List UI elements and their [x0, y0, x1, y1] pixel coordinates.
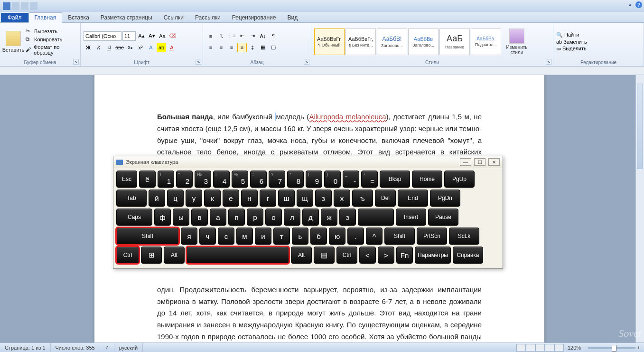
key--[interactable]: _- [343, 171, 359, 188]
horizontal-ruler[interactable] [0, 67, 644, 75]
vertical-scrollbar[interactable] [635, 75, 644, 342]
key-е[interactable]: е [223, 190, 239, 207]
key-End[interactable]: End [398, 190, 428, 207]
word-count[interactable]: Число слов: 355 [51, 343, 100, 352]
minimize-ribbon-icon[interactable]: ▴ [629, 1, 632, 8]
web-layout-view[interactable] [535, 344, 545, 352]
cut-button[interactable]: ✂Вырезать [26, 28, 77, 35]
key-2[interactable]: "2 [176, 171, 193, 188]
key-а[interactable]: а [210, 209, 226, 226]
osk-titlebar[interactable]: Экранная клавиатура — ☐ ✕ [113, 156, 503, 168]
decrease-indent-button[interactable]: ⇤ [237, 31, 247, 41]
key-Home[interactable]: Home [412, 171, 442, 188]
key-г[interactable]: г [260, 190, 276, 207]
key-^[interactable]: ^ [366, 228, 383, 245]
tab-layout[interactable]: Разметка страницы [95, 13, 158, 22]
key-Alt[interactable]: Alt [164, 247, 185, 264]
key-н[interactable]: н [241, 190, 258, 207]
key-с[interactable]: с [218, 228, 234, 245]
key-PgDn[interactable]: PgDn [430, 190, 460, 207]
key-3[interactable]: №3 [195, 171, 211, 188]
key-Pause[interactable]: Pause [428, 209, 458, 226]
key-ь[interactable]: ь [292, 228, 308, 245]
key-у[interactable]: у [186, 190, 202, 207]
clear-formatting-button[interactable]: ⌫ [168, 31, 177, 41]
osk-close-button[interactable]: ✕ [488, 158, 500, 166]
key-ё[interactable]: ё [139, 171, 156, 188]
change-styles-button[interactable]: Изменить стили [503, 28, 531, 56]
key-Tab[interactable]: Tab [116, 190, 147, 207]
key-б[interactable]: б [310, 228, 327, 245]
key-1[interactable]: !1 [158, 171, 174, 188]
key-Shift[interactable]: Shift [384, 228, 415, 245]
font-name-combo[interactable] [84, 31, 121, 41]
increase-indent-button[interactable]: ⇥ [248, 31, 257, 41]
italic-button[interactable]: К [94, 43, 103, 52]
key-о[interactable]: о [265, 209, 282, 226]
borders-button[interactable]: ▢ [269, 43, 278, 52]
style-item-3[interactable]: АаБбВвЗаголово... [408, 29, 439, 55]
language-indicator[interactable]: русский [114, 343, 143, 352]
key-PrtScn[interactable]: PrtScn [417, 228, 447, 245]
key-9[interactable]: (9 [306, 171, 322, 188]
key-Параметры[interactable]: Параметры [415, 247, 451, 264]
key-з[interactable]: з [315, 190, 332, 207]
key-ф[interactable]: ф [154, 209, 171, 226]
key-Insert[interactable]: Insert [396, 209, 426, 226]
highlight-button[interactable]: ab [157, 43, 166, 52]
key-т[interactable]: т [273, 228, 290, 245]
key-Del[interactable]: Del [375, 190, 396, 207]
style-item-0[interactable]: АаБбВвГг,¶ Обычный [314, 29, 345, 55]
key-ц[interactable]: ц [167, 190, 184, 207]
clipboard-launcher[interactable]: ⬊ [73, 59, 79, 65]
page-indicator[interactable]: Страница: 1 из 1 [0, 343, 51, 352]
key-PgUp[interactable]: PgUp [444, 171, 475, 188]
font-size-combo[interactable] [122, 31, 136, 41]
tab-insert[interactable]: Вставка [62, 13, 95, 22]
tab-file[interactable]: Файл [1, 13, 28, 22]
key-п[interactable]: п [228, 209, 245, 226]
key-р[interactable]: р [247, 209, 263, 226]
style-item-5[interactable]: АаБбВв.Подзагол... [471, 29, 501, 55]
key-Caps[interactable]: Caps [116, 209, 152, 226]
key-х[interactable]: х [334, 190, 350, 207]
key-ъ[interactable]: ъ [352, 190, 373, 207]
shading-button[interactable]: ▦ [258, 43, 268, 52]
font-launcher[interactable]: ⬊ [196, 59, 201, 65]
key-space[interactable] [358, 209, 394, 226]
subscript-button[interactable]: x₂ [125, 43, 135, 52]
style-item-2[interactable]: АаБбВ!Заголово... [377, 29, 407, 55]
key-д[interactable]: д [302, 209, 319, 226]
superscript-button[interactable]: x² [136, 43, 145, 52]
styles-launcher[interactable]: ⬊ [546, 59, 551, 65]
find-button[interactable]: 🔍Найти [556, 32, 587, 38]
scrollbar-thumb[interactable] [637, 84, 643, 169]
key-ю[interactable]: ю [329, 228, 345, 245]
replace-button[interactable]: abЗаменить [556, 39, 587, 45]
save-icon[interactable] [12, 2, 19, 10]
select-button[interactable]: ▭Выделить [556, 46, 587, 52]
print-layout-view[interactable] [516, 344, 526, 352]
key-Shift[interactable]: Shift [116, 228, 179, 245]
style-item-4[interactable]: АаБНазвание [439, 29, 470, 55]
sort-button[interactable]: A↓ [258, 31, 268, 41]
font-color-button[interactable]: A [167, 43, 177, 52]
line-spacing-button[interactable]: ‡ [248, 43, 257, 52]
numbering-button[interactable]: ⒈ [216, 31, 226, 41]
zoom-slider[interactable] [588, 347, 635, 349]
copy-button[interactable]: ⧉Копировать [26, 36, 77, 43]
key-м[interactable]: м [236, 228, 253, 245]
justify-button[interactable]: ≡ [237, 43, 247, 52]
zoom-level[interactable]: 120% [568, 345, 581, 351]
paste-button[interactable]: Вставить [3, 30, 24, 54]
key-в[interactable]: в [191, 209, 208, 226]
osk-maximize-button[interactable]: ☐ [474, 158, 485, 166]
align-center-button[interactable]: ≡ [216, 43, 226, 52]
key-э[interactable]: э [339, 209, 356, 226]
key-6[interactable]: :6 [250, 171, 267, 188]
key-Esc[interactable]: Esc [116, 171, 137, 188]
key-и[interactable]: и [255, 228, 271, 245]
bullets-button[interactable]: ≡ [206, 31, 215, 41]
style-item-1[interactable]: АаБбВвГг,¶ Без инте... [345, 29, 376, 55]
key-<[interactable]: < [359, 247, 376, 264]
